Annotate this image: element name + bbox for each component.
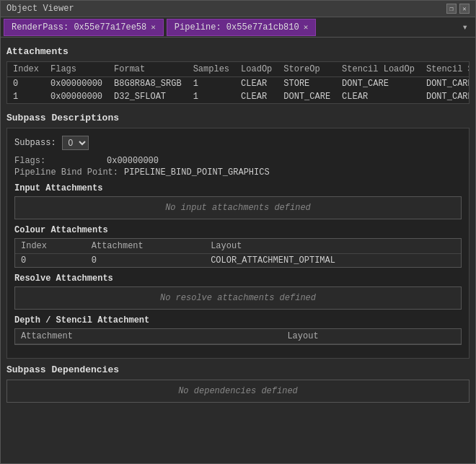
subpass-descriptions-title: Subpass Descriptions [6,113,470,123]
title-bar: Object Viewer ❐ ✕ [1,1,475,17]
flags-row: Flags: 0x00000000 [14,156,462,166]
input-attachments-title: Input Attachments [14,183,462,193]
subpass-dependencies-container: No dependencies defined [6,380,470,403]
flags-info: Flags: 0x00000000 Pipeline Bind Point: P… [14,156,462,178]
tab-pipeline[interactable]: Pipeline: 0x55e77a1cb810 ✕ [167,19,316,36]
col-storeop: StoreOp [278,62,336,77]
subpass-label: Subpass: [14,138,56,148]
depth-stencil-title: Depth / Stencil Attachment [14,315,462,325]
col-ds-attachment: Attachment [15,329,281,344]
subpass-selector-row: Subpass: 0 [14,136,462,150]
pipeline-bind-label: Pipeline Bind Point: [14,167,118,178]
col-format: Format [108,62,188,77]
input-attachments-empty: No input attachments defined [15,197,461,219]
colour-attachments-container: Index Attachment Layout 00COLOR_ATTACHME… [14,238,462,268]
subpass-section: Subpass: 0 Flags: 0x00000000 Pipeline Bi… [6,128,470,359]
depth-header-row: Attachment Layout [15,329,461,344]
resolve-attachments-container: No resolve attachments defined [14,286,462,310]
table-row: 00x00000000B8G8R8A8_SRGB1CLEARSTOREDONT_… [7,77,470,91]
colour-header-row: Index Attachment Layout [15,239,461,254]
title-bar-left: Object Viewer [6,4,74,14]
flags-label: Flags: [14,156,101,166]
tab-renderpass[interactable]: RenderPass: 0x55e77a17ee58 ✕ [4,19,164,36]
resolve-attachments-title: Resolve Attachments [14,273,462,284]
window-title: Object Viewer [6,4,74,14]
attachments-table: Index Flags Format Samples LoadOp StoreO… [7,62,470,103]
colour-attachments-table: Index Attachment Layout 00COLOR_ATTACHME… [15,239,461,267]
resolve-attachments-empty: No resolve attachments defined [15,287,461,309]
col-ca-attachment: Attachment [86,239,205,254]
col-stencil-loadop: Stencil LoadOp [336,62,420,77]
subpass-dependencies-empty: No dependencies defined [7,380,469,402]
col-loadop: LoadOp [235,62,278,77]
col-samples: Samples [188,62,235,77]
table-row: 00COLOR_ATTACHMENT_OPTIMAL [15,254,461,268]
table-row: 10x00000000D32_SFLOAT1CLEARDONT_CARECLEA… [7,90,470,103]
tab-pipeline-label: Pipeline: 0x55e77a1cb810 [175,22,299,32]
colour-attachments-title: Colour Attachments [14,225,462,235]
tab-bar: RenderPass: 0x55e77a17ee58 ✕ Pipeline: 0… [1,17,475,38]
col-ds-layout: Layout [281,329,461,344]
depth-stencil-container: Attachment Layout [14,328,462,345]
input-attachments-container: No input attachments defined [14,196,462,219]
col-ca-layout: Layout [205,239,461,254]
col-index: Index [7,62,45,77]
pipeline-bind-value: PIPELINE_BIND_POINT_GRAPHICS [124,167,270,178]
tab-renderpass-label: RenderPass: 0x55e77a17ee58 [12,22,146,32]
close-button[interactable]: ✕ [459,4,470,14]
flags-value: 0x00000000 [107,156,159,166]
main-content: Attachments Index Flags Format Samples L… [1,38,475,463]
attachments-header-row: Index Flags Format Samples LoadOp StoreO… [7,62,470,77]
col-ca-index: Index [15,239,86,254]
pipeline-bind-row: Pipeline Bind Point: PIPELINE_BIND_POINT… [14,167,462,178]
col-flags: Flags [45,62,108,77]
tab-dropdown-arrow[interactable]: ▾ [458,21,472,33]
title-bar-controls: ❐ ✕ [446,4,470,14]
col-stencil-storeop: Stencil StoreO [420,62,470,77]
subpass-dependencies-title: Subpass Dependencies [6,364,470,375]
attachments-table-container: Index Flags Format Samples LoadOp StoreO… [6,61,470,104]
object-viewer-window: Object Viewer ❐ ✕ RenderPass: 0x55e77a17… [0,0,476,464]
tab-renderpass-close[interactable]: ✕ [151,22,156,32]
depth-stencil-table: Attachment Layout [15,329,461,344]
attachments-title: Attachments [6,46,470,57]
subpass-select[interactable]: 0 [62,136,89,150]
tab-pipeline-close[interactable]: ✕ [304,22,309,32]
restore-button[interactable]: ❐ [446,4,457,14]
